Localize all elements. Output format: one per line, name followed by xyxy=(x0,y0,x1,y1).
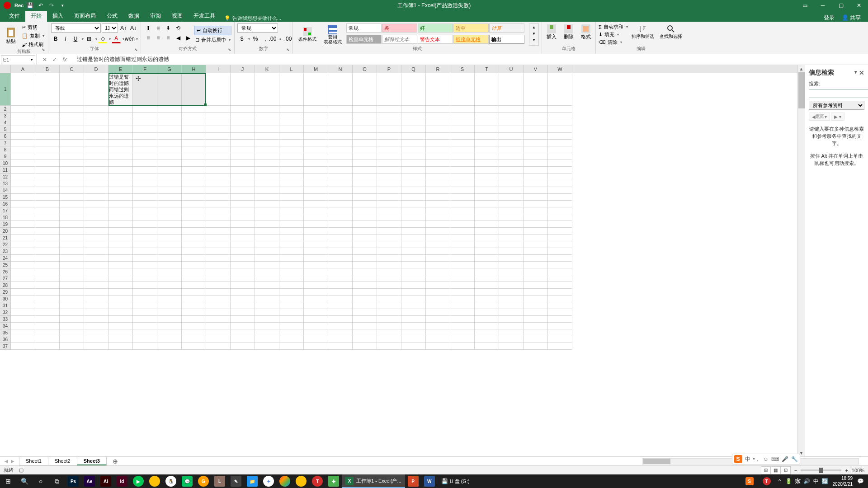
row-header-26[interactable]: 26 xyxy=(0,268,11,275)
cell[interactable] xyxy=(11,289,35,296)
cell[interactable] xyxy=(353,174,377,180)
cell[interactable] xyxy=(499,336,524,343)
cell[interactable] xyxy=(35,296,60,302)
cell[interactable] xyxy=(231,268,255,275)
cell[interactable] xyxy=(499,289,524,296)
cell[interactable] xyxy=(548,289,572,296)
qat-customize-icon[interactable]: ▾ xyxy=(58,1,67,10)
cell[interactable] xyxy=(279,343,304,350)
cell[interactable] xyxy=(426,323,450,329)
col-header-W[interactable]: W xyxy=(548,65,572,73)
indent-increase-button[interactable]: ▶ xyxy=(184,33,193,42)
cell[interactable] xyxy=(377,343,401,350)
cell[interactable] xyxy=(182,262,206,268)
cell[interactable] xyxy=(475,214,499,221)
cell[interactable] xyxy=(304,207,328,214)
cell[interactable] xyxy=(35,268,60,275)
cell[interactable] xyxy=(426,255,450,262)
spreadsheet-grid[interactable]: A B C D E F G H I J K L M N O P Q R S T … xyxy=(0,65,797,456)
cell[interactable] xyxy=(206,73,231,106)
bold-button[interactable]: B xyxy=(51,34,60,43)
cell[interactable] xyxy=(328,268,353,275)
cell[interactable] xyxy=(231,262,255,268)
row-header-6[interactable]: 6 xyxy=(0,133,11,140)
cell[interactable] xyxy=(524,167,548,174)
cell[interactable] xyxy=(60,174,84,180)
cell[interactable] xyxy=(11,180,35,187)
align-middle-button[interactable]: ≡ xyxy=(154,23,163,33)
cell[interactable] xyxy=(401,140,426,146)
cell[interactable] xyxy=(255,140,279,146)
cell[interactable] xyxy=(279,289,304,296)
cell[interactable] xyxy=(206,207,231,214)
cell[interactable] xyxy=(206,248,231,255)
cell[interactable] xyxy=(377,140,401,146)
cell[interactable] xyxy=(84,194,108,201)
zoom-level[interactable]: 100% xyxy=(852,468,864,473)
cell[interactable] xyxy=(157,140,182,146)
cell[interactable] xyxy=(279,180,304,187)
cell[interactable] xyxy=(157,289,182,296)
cell[interactable] xyxy=(450,167,475,174)
gallery-up-button[interactable]: ▲ xyxy=(529,24,538,30)
cell[interactable] xyxy=(133,140,157,146)
cell[interactable] xyxy=(60,146,84,153)
cell[interactable] xyxy=(548,275,572,282)
cell[interactable] xyxy=(426,73,450,106)
row-header-1[interactable]: 1 xyxy=(0,73,11,106)
cell[interactable] xyxy=(475,106,499,113)
cell[interactable] xyxy=(524,275,548,282)
cell[interactable] xyxy=(157,180,182,187)
cell[interactable] xyxy=(524,329,548,336)
minimize-button[interactable]: ─ xyxy=(814,0,832,11)
cell[interactable] xyxy=(524,235,548,241)
cell[interactable] xyxy=(548,167,572,174)
cell[interactable] xyxy=(499,140,524,146)
close-button[interactable]: ✕ xyxy=(850,0,868,11)
cell[interactable] xyxy=(206,106,231,113)
formula-input[interactable]: 过错是暂时的遗憾而错过则永远的遗憾 xyxy=(73,56,868,63)
cell[interactable] xyxy=(401,221,426,228)
cell[interactable] xyxy=(206,201,231,207)
cell[interactable] xyxy=(475,241,499,248)
cell[interactable] xyxy=(377,113,401,119)
taskbar-app-8[interactable]: ✦ xyxy=(260,474,277,488)
taskbar-app-t2[interactable]: T xyxy=(759,474,775,488)
taskbar-excel-window[interactable]: X 工作簿1 - Excel(产... xyxy=(342,474,405,488)
scroll-up-button[interactable]: ▲ xyxy=(798,65,805,72)
cell[interactable] xyxy=(108,126,133,133)
cell[interactable] xyxy=(524,268,548,275)
delete-cells-button[interactable]: 删除 xyxy=(562,23,576,46)
cell[interactable] xyxy=(499,221,524,228)
row-header-18[interactable]: 18 xyxy=(0,214,11,221)
align-bottom-button[interactable]: ⬇ xyxy=(164,23,173,33)
tab-view[interactable]: 视图 xyxy=(166,10,188,22)
cell[interactable] xyxy=(401,207,426,214)
cell[interactable] xyxy=(279,73,304,106)
cell[interactable] xyxy=(401,255,426,262)
align-top-button[interactable]: ⬆ xyxy=(144,23,153,33)
style-explain[interactable]: 解释性文本 xyxy=(382,35,417,44)
cell[interactable] xyxy=(108,180,133,187)
cell[interactable] xyxy=(279,235,304,241)
cell[interactable] xyxy=(60,309,84,316)
cell[interactable] xyxy=(35,302,60,309)
reference-select[interactable]: 所有参考资料 xyxy=(809,101,864,110)
cell[interactable] xyxy=(35,343,60,350)
cell[interactable] xyxy=(328,309,353,316)
cell[interactable] xyxy=(231,207,255,214)
cell[interactable] xyxy=(475,289,499,296)
cell[interactable] xyxy=(450,275,475,282)
row-header-25[interactable]: 25 xyxy=(0,262,11,268)
percent-button[interactable]: % xyxy=(251,34,260,43)
cell[interactable] xyxy=(11,214,35,221)
cell[interactable] xyxy=(157,268,182,275)
cell[interactable] xyxy=(426,160,450,167)
undo-icon[interactable]: ↶ xyxy=(36,1,45,10)
cell[interactable] xyxy=(84,113,108,119)
row-header-24[interactable]: 24 xyxy=(0,255,11,262)
cell[interactable] xyxy=(328,187,353,194)
cell[interactable] xyxy=(182,296,206,302)
cell[interactable] xyxy=(157,167,182,174)
cell[interactable] xyxy=(11,106,35,113)
